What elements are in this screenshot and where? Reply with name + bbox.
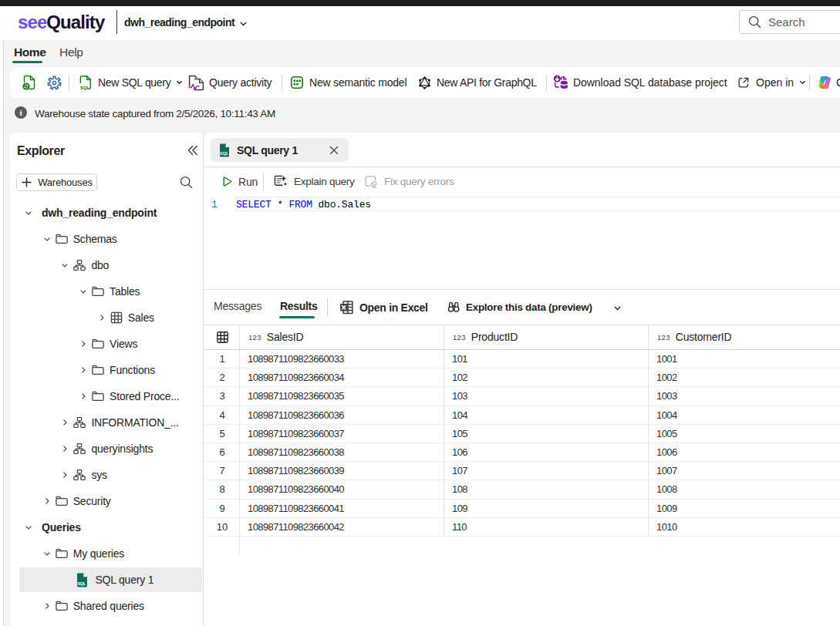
svg-text:SQL: SQL	[80, 85, 90, 90]
svg-text:SQL: SQL	[78, 581, 87, 586]
svg-text:SQL: SQL	[220, 151, 229, 156]
